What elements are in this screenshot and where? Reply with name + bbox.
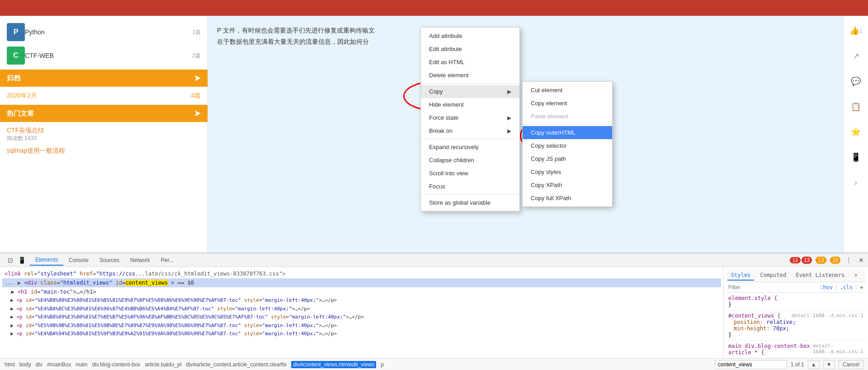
sidebar-label-ctf: CTF-WEB (25, 52, 192, 59)
action-bar: 👍1 ↗ 💬 📋 ⭐ 📱 › (843, 16, 868, 253)
tab-computed[interactable]: Computed (756, 271, 790, 281)
separator-2 (421, 139, 519, 139)
breadcrumb-html[interactable]: html (5, 361, 15, 368)
sub-menu-copy-full-xpath[interactable]: Copy full XPath (523, 192, 612, 205)
bookmark-button[interactable]: 📋 (848, 98, 864, 115)
breadcrumb-blog-content-box[interactable]: div.blog-content-box (92, 361, 140, 368)
html-line-8[interactable]: ▶ <p id="%E4%BA%94%E3%80%81%E5%9F%B3%E9%… (2, 330, 721, 338)
find-input[interactable] (715, 360, 787, 369)
sidebar-article-1[interactable]: CTF杂项总结 阅读数 1433 (0, 124, 208, 145)
breadcrumb-body[interactable]: body (19, 361, 31, 368)
tab-more[interactable]: » (851, 271, 861, 281)
menu-edit-attribute[interactable]: Edit attribute (421, 42, 519, 56)
styles-rule-blog: main div.blog-content-box article * { de… (726, 341, 866, 358)
find-prev-button[interactable]: ▲ (808, 360, 820, 369)
article-1-title[interactable]: CTF杂项总结 (7, 126, 201, 135)
rule-selector-element: element.style { (728, 295, 777, 301)
breadcrumb-article[interactable]: article.baidu_pl (145, 361, 182, 368)
rule-selector-blog: main div.blog-content-box article * { (728, 343, 812, 356)
tab-event-listeners[interactable]: Event Listeners (792, 271, 848, 281)
menu-focus[interactable]: Focus (421, 180, 519, 193)
sub-menu-paste-element[interactable]: Paste element (523, 110, 612, 123)
breadcrumb-article-content[interactable]: div#article_content.article_content.clea… (186, 361, 287, 368)
html-line-6[interactable]: ▶ <p id="%E4%B8%89%E3%80%81%E7%8E%B7%E5%… (2, 313, 721, 322)
styles-tabs: Styles Computed Event Listeners » (726, 269, 866, 282)
expand-button[interactable]: › (848, 174, 864, 191)
cls-toggle[interactable]: .cls (840, 284, 853, 290)
styles-filter-input[interactable] (728, 284, 820, 290)
force-state-arrow: ▶ (507, 115, 511, 121)
cancel-button[interactable]: Cancel (839, 360, 863, 369)
menu-expand-recursively[interactable]: Expand recursively (421, 141, 519, 154)
breadcrumb-content-views[interactable]: div#content_views.htmledit_views (291, 361, 376, 368)
sidebar-section-popular[interactable]: 热门文章 ➤ (0, 105, 208, 122)
tab-console[interactable]: Console (63, 255, 94, 265)
menu-add-attribute[interactable]: Add attribute (421, 29, 519, 42)
sub-menu-copy-styles[interactable]: Copy styles (523, 165, 612, 178)
share-button[interactable]: ↗ (848, 48, 864, 64)
sub-menu-copy-element[interactable]: Copy element (523, 97, 612, 110)
styles-filter: :hov | .cls | + (726, 282, 866, 293)
more-options-icon[interactable]: ⋮ (844, 256, 853, 265)
html-line-5[interactable]: ▶ <p id="%E4%BA%8C%E3%80%81%E6%96%87%E4%… (2, 305, 721, 314)
breadcrumb-p[interactable]: p (381, 361, 384, 368)
context-menu: Add attribute Edit attribute Edit as HTM… (420, 27, 520, 211)
sub-menu-cut-element[interactable]: Cut element (523, 84, 612, 97)
hov-toggle[interactable]: :hov (820, 284, 833, 290)
menu-scroll-into-view[interactable]: Scroll into view (421, 167, 519, 180)
star-button[interactable]: ⭐ (848, 124, 864, 140)
sidebar-item-python[interactable]: P Python 1篇 (0, 20, 208, 44)
popular-label: 热门文章 (7, 109, 34, 118)
sub-menu-copy-js-path[interactable]: Copy JS path (523, 152, 612, 165)
blog-area: P 文件，有时候也会需要选手们先进行修复或重构传输文 在于数据包里充满着大量无关… (208, 16, 843, 253)
sub-menu-copy-selector[interactable]: Copy selector (523, 139, 612, 152)
tab-performance[interactable]: Per... (156, 255, 179, 265)
val-min-height: 70px; (773, 325, 789, 332)
status-bar: html body div #mainBox main div.blog-con… (0, 358, 868, 370)
top-bar (0, 0, 868, 16)
sub-menu-copy-xpath[interactable]: Copy XPath (523, 178, 612, 192)
html-line-3[interactable]: ▶ <h1 id="main-toc">…</h1> (2, 287, 721, 296)
find-count: 1 of 1 (791, 361, 804, 368)
comment-button[interactable]: 💬 (848, 73, 864, 89)
sidebar-date: 2020年2月 4篇 (0, 89, 208, 103)
date-count: 4篇 (191, 92, 201, 100)
sidebar-count-python: 1篇 (192, 28, 201, 36)
sidebar-count-ctf: 2篇 (192, 52, 201, 60)
screen: P Python 1篇 C CTF-WEB 2篇 归档 ➤ 2020年2月 4篇 (0, 0, 868, 370)
menu-hide-element[interactable]: Hide element (421, 98, 519, 111)
break-on-arrow: ▶ (507, 128, 511, 134)
sidebar-section-archive[interactable]: 归档 ➤ (0, 70, 208, 87)
breadcrumb-main[interactable]: main (75, 361, 87, 368)
sidebar-item-ctf[interactable]: C CTF-WEB 2篇 (0, 44, 208, 67)
rule-selector-id: #content_views { (728, 313, 781, 319)
tab-styles[interactable]: Styles (727, 271, 754, 281)
like-button[interactable]: 👍1 (848, 23, 864, 39)
breadcrumb-mainbox[interactable]: #mainBox (47, 361, 71, 368)
select-element-icon[interactable]: ⊡ (6, 256, 15, 265)
find-next-button[interactable]: ▼ (823, 360, 835, 369)
sub-menu-copy-outerhtml[interactable]: Copy outerHTML (523, 126, 612, 139)
sidebar-article-2[interactable]: sqlmap使用一般流程 (0, 145, 208, 157)
tab-elements[interactable]: Elements (30, 255, 63, 266)
article-2-title[interactable]: sqlmap使用一般流程 (7, 147, 201, 155)
devtools-toolbar: ⊡ 📱 (2, 256, 30, 265)
close-devtools-icon[interactable]: ✕ (857, 256, 866, 265)
device-toggle-icon[interactable]: 📱 (17, 256, 26, 265)
menu-delete-element[interactable]: Delete element (421, 69, 519, 82)
html-line-2[interactable]: ... ▶ <div class="htmledit_views" id=con… (2, 278, 721, 287)
menu-copy[interactable]: Copy ▶ (421, 85, 519, 98)
menu-edit-as-html[interactable]: Edit as HTML (421, 56, 519, 69)
menu-force-state[interactable]: Force state ▶ (421, 111, 519, 124)
html-line-4[interactable]: ▶ <p id="%E4%B8%80%E3%80%81%E6%B5%81%E9%… (2, 296, 721, 305)
html-line-1[interactable]: <link rel="stylesheet" href="https://css… (2, 269, 721, 278)
tab-network[interactable]: Network (125, 255, 156, 265)
menu-store-global[interactable]: Store as global variable (421, 196, 519, 209)
add-rule-icon[interactable]: + (860, 284, 863, 291)
menu-break-on[interactable]: Break on ▶ (421, 124, 519, 137)
tab-sources[interactable]: Sources (94, 255, 125, 265)
menu-collapse-children[interactable]: Collapse children (421, 154, 519, 167)
html-line-7[interactable]: ▶ <p id="%E5%9B%9B%E3%80%81%E5%9B%BE%E7%… (2, 322, 721, 330)
mobile-button[interactable]: 📱 (848, 149, 864, 165)
breadcrumb-div[interactable]: div (36, 361, 42, 368)
